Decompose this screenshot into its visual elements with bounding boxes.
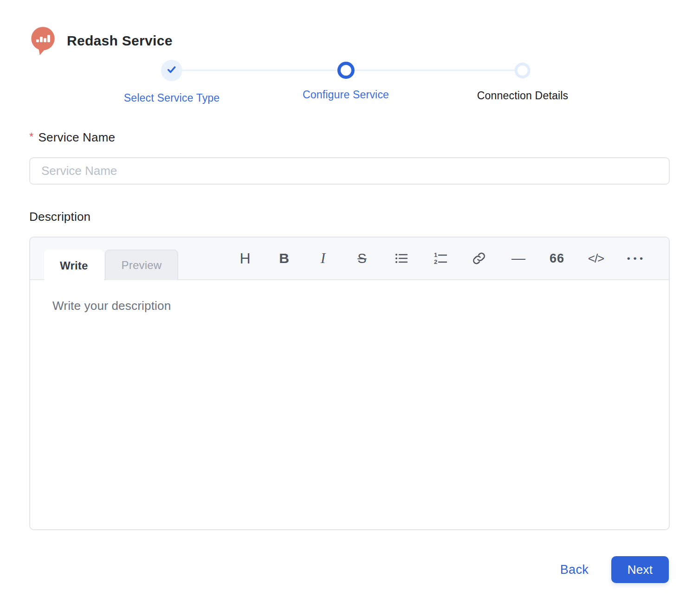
horizontal-rule-icon[interactable]: —: [511, 248, 525, 269]
step-completed-circle[interactable]: [161, 60, 182, 81]
stepper: Select Service Type Configure Service Co…: [29, 59, 670, 108]
step-active-circle[interactable]: [337, 62, 355, 79]
redash-logo-icon: [30, 26, 56, 56]
page-title: Redash Service: [67, 33, 173, 49]
editor-toolbar: H B I S 1 2: [238, 237, 642, 279]
service-name-input[interactable]: [29, 157, 670, 185]
service-name-label: *Service Name: [29, 130, 115, 145]
next-button[interactable]: Next: [611, 556, 669, 583]
step-label: Select Service Type: [124, 92, 220, 104]
description-editor: Write Preview H B I S: [29, 237, 670, 530]
unordered-list-icon[interactable]: [394, 248, 408, 269]
step-pending-circle[interactable]: [515, 63, 531, 78]
brand-header: Redash Service: [30, 26, 173, 56]
required-asterisk: *: [29, 130, 34, 143]
ordered-list-icon[interactable]: 1 2: [433, 248, 447, 269]
svg-text:2: 2: [434, 258, 437, 265]
heading-icon[interactable]: H: [238, 248, 252, 269]
link-icon[interactable]: [472, 248, 486, 269]
step-select-service-type[interactable]: Select Service Type: [124, 59, 220, 104]
svg-text:1: 1: [434, 251, 437, 258]
service-name-label-text: Service Name: [39, 130, 116, 144]
editor-header: Write Preview H B I S: [30, 237, 669, 280]
step-label: Connection Details: [477, 90, 569, 102]
description-textarea[interactable]: [30, 280, 669, 529]
check-icon: [166, 64, 177, 77]
quote-icon[interactable]: 66: [550, 248, 564, 269]
more-options-icon[interactable]: •••: [628, 248, 642, 269]
editor-tabs: Write Preview: [44, 250, 178, 282]
description-label: Description: [29, 210, 91, 224]
add-service-page: Redash Service Select Service Type Confi…: [0, 0, 699, 616]
step-connection-details[interactable]: Connection Details: [477, 59, 569, 102]
back-button[interactable]: Back: [560, 563, 589, 577]
step-label: Configure Service: [303, 89, 389, 101]
bold-icon[interactable]: B: [277, 248, 291, 269]
step-configure-service[interactable]: Configure Service: [303, 59, 389, 101]
tab-write[interactable]: Write: [44, 250, 104, 282]
footer-actions: Back Next: [560, 556, 669, 583]
tab-preview[interactable]: Preview: [105, 250, 179, 280]
italic-icon[interactable]: I: [316, 248, 330, 269]
code-icon[interactable]: </>: [589, 248, 603, 269]
strikethrough-icon[interactable]: S: [355, 248, 369, 269]
